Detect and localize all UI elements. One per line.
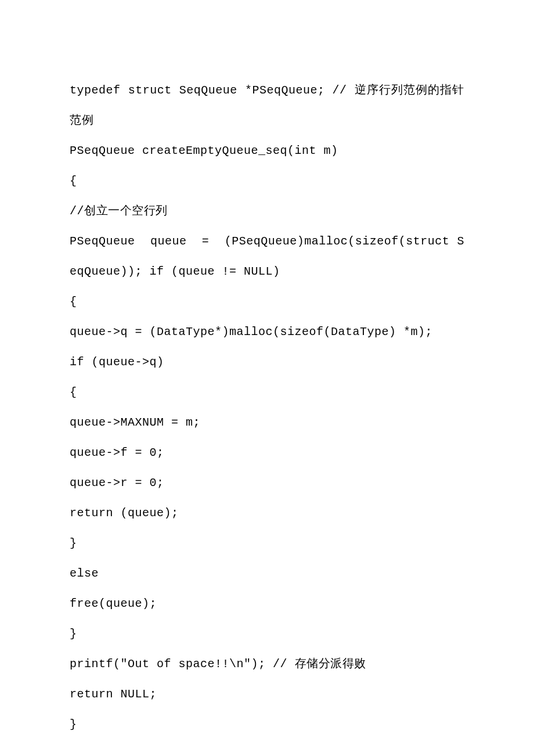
code-line: queue->MAXNUM = m; xyxy=(70,408,464,438)
code-line: } xyxy=(70,619,464,649)
document-page: typedef struct SeqQueue *PSeqQueue; // 逆… xyxy=(0,0,534,756)
code-line: queue->r = 0; xyxy=(70,468,464,498)
code-line: PSeqQueue queue = (PSeqQueue)malloc(size… xyxy=(70,226,464,287)
code-line: typedef struct SeqQueue *PSeqQueue; // 逆… xyxy=(70,75,464,136)
code-line: printf("Out of space!!\n"); // 存储分派得败 xyxy=(70,649,464,679)
code-line: } xyxy=(70,710,464,740)
code-line: { xyxy=(70,377,464,408)
code-line: return NULL; xyxy=(70,679,464,710)
code-line: if (queue->q) xyxy=(70,347,464,377)
code-line: else xyxy=(70,559,464,589)
code-line: return (queue); xyxy=(70,498,464,528)
code-line: //创立一个空行列 xyxy=(70,196,464,226)
code-line: { xyxy=(70,287,464,317)
code-line: free(queue); xyxy=(70,589,464,619)
code-line: } xyxy=(70,528,464,559)
code-line: PSeqQueue createEmptyQueue_seq(int m) xyxy=(70,136,464,166)
code-line: { xyxy=(70,166,464,196)
code-block: typedef struct SeqQueue *PSeqQueue; // 逆… xyxy=(70,75,464,740)
code-line: queue->q = (DataType*)malloc(sizeof(Data… xyxy=(70,317,464,347)
code-line: queue->f = 0; xyxy=(70,438,464,468)
